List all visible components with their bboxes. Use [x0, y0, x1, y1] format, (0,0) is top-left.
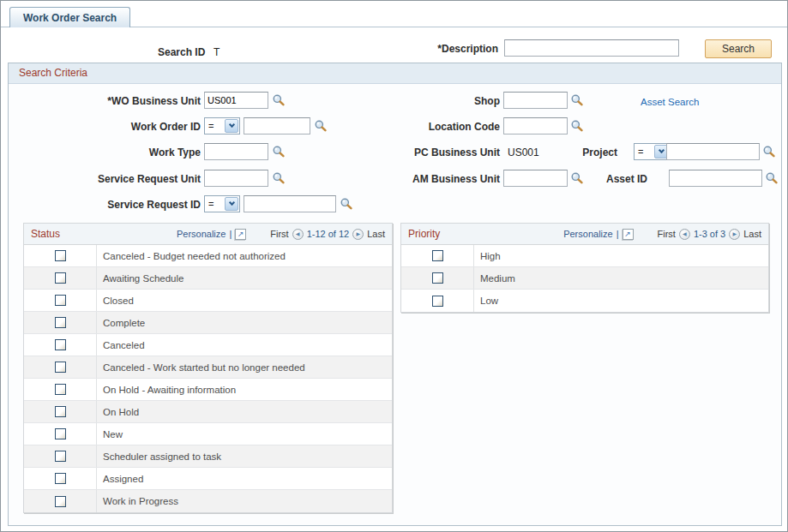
project-operator-value: =: [635, 144, 653, 159]
status-grid-tools: Personalize | ↗ First ◀ 1-12 of 12 ▶ Las…: [177, 229, 385, 240]
priority-page-range: 1-3 of 3: [694, 229, 725, 239]
status-row-label: Awaiting Schedule: [97, 267, 392, 289]
status-row-label: On Hold - Awaiting information: [97, 379, 392, 400]
search-id-value: T: [214, 46, 220, 58]
status-row-label: Scheduler assigned to task: [97, 445, 392, 467]
priority-pagination: First ◀ 1-3 of 3 ▶ Last: [658, 229, 762, 240]
work-order-id-label: Work Order ID: [9, 121, 201, 134]
status-row-checkbox[interactable]: [55, 362, 66, 373]
shop-input[interactable]: [503, 92, 568, 109]
wo-business-unit-lookup-icon[interactable]: [272, 93, 286, 107]
status-grid-title: Status: [31, 228, 60, 240]
status-row: New: [24, 423, 392, 445]
priority-row-checkbox[interactable]: [432, 272, 443, 284]
tab-work-order-search[interactable]: Work Order Search: [9, 7, 130, 27]
work-order-id-operator-value: =: [205, 118, 224, 134]
status-row-label: Canceled - Work started but no longer ne…: [97, 356, 392, 378]
wo-business-unit-input[interactable]: [204, 92, 268, 109]
status-row: Canceled - Work started but no longer ne…: [24, 356, 392, 379]
service-request-id-operator-select[interactable]: =: [204, 195, 240, 212]
search-button[interactable]: Search: [705, 39, 772, 58]
shop-label: Shop: [300, 95, 500, 108]
status-row-checkbox[interactable]: [55, 496, 66, 507]
priority-row: Medium: [401, 267, 768, 290]
status-row: Scheduler assigned to task: [24, 445, 392, 468]
status-page-range: 1-12 of 12: [307, 229, 350, 239]
status-row-checkbox[interactable]: [55, 272, 66, 284]
service-request-unit-label: Service Request Unit: [9, 173, 201, 186]
asset-id-lookup-icon[interactable]: [765, 171, 779, 185]
status-last-label: Last: [367, 229, 385, 239]
project-operator-select[interactable]: =: [634, 143, 670, 160]
work-type-input[interactable]: [204, 143, 268, 160]
location-code-label: Location Code: [300, 121, 500, 134]
wo-business-unit-label: *WO Business Unit: [9, 95, 201, 108]
asset-id-input[interactable]: [669, 170, 762, 187]
status-row-checkbox[interactable]: [55, 406, 66, 417]
status-row: Assigned: [24, 468, 392, 490]
work-order-search-page: Work Order Search Search ID T *Descripti…: [0, 0, 788, 532]
status-row-label: Assigned: [97, 468, 392, 489]
personalize-separator: |: [229, 229, 232, 239]
pc-business-unit-value: US001: [508, 146, 539, 158]
status-row-checkbox[interactable]: [55, 451, 66, 462]
priority-prev-page-icon[interactable]: ◀: [679, 229, 690, 240]
status-prev-page-icon[interactable]: ◀: [292, 229, 304, 240]
status-row-checkbox[interactable]: [55, 384, 66, 395]
status-row-checkbox[interactable]: [55, 250, 66, 261]
personalize-separator: |: [617, 229, 619, 239]
status-row-checkbox[interactable]: [55, 317, 66, 328]
status-row-label: New: [97, 423, 392, 445]
chevron-down-icon[interactable]: [225, 119, 238, 133]
location-code-lookup-icon[interactable]: [570, 119, 584, 133]
status-first-label: First: [270, 229, 288, 239]
project-label: Project: [549, 146, 617, 159]
asset-search-link[interactable]: Asset Search: [641, 97, 699, 107]
priority-row-checkbox[interactable]: [432, 296, 443, 307]
priority-grid-title: Priority: [408, 228, 440, 240]
description-input[interactable]: [504, 39, 679, 57]
status-personalize-link[interactable]: Personalize: [177, 229, 226, 239]
status-row-checkbox[interactable]: [55, 428, 66, 439]
pc-business-unit-label: PC Business Unit: [300, 146, 500, 159]
priority-grid-header: Priority Personalize | ↗ First ◀ 1-3 of …: [401, 224, 768, 245]
search-id-label: Search ID: [158, 46, 205, 58]
priority-personalize-link[interactable]: Personalize: [563, 229, 612, 239]
chevron-down-icon[interactable]: [225, 197, 238, 211]
status-grid-body: Canceled - Budget needed not authorized …: [24, 245, 392, 512]
status-row-checkbox[interactable]: [55, 295, 66, 306]
priority-zoom-grid-icon[interactable]: ↗: [623, 229, 634, 240]
project-input[interactable]: [666, 143, 760, 160]
location-code-input[interactable]: [503, 117, 568, 134]
work-type-label: Work Type: [9, 146, 201, 159]
status-row-label: Canceled: [97, 334, 392, 356]
priority-grid-tools: Personalize | ↗ First ◀ 1-3 of 3 ▶ Last: [563, 229, 761, 240]
service-request-id-label: Service Request ID: [9, 199, 201, 212]
project-lookup-icon[interactable]: [762, 145, 776, 158]
service-request-id-operator-value: =: [205, 196, 224, 212]
shop-lookup-icon[interactable]: [570, 93, 584, 107]
priority-row-checkbox[interactable]: [432, 250, 443, 261]
priority-grid-body: High Medium Low: [401, 245, 768, 312]
tab-label: Work Order Search: [23, 12, 117, 24]
status-row-checkbox[interactable]: [55, 339, 66, 350]
asset-id-label: Asset ID: [566, 173, 647, 186]
status-row: On Hold - Awaiting information: [24, 379, 392, 401]
status-next-page-icon[interactable]: ▶: [352, 229, 364, 240]
service-request-id-lookup-icon[interactable]: [340, 197, 353, 211]
status-row-checkbox[interactable]: [55, 473, 66, 484]
service-request-unit-lookup-icon[interactable]: [272, 171, 286, 185]
priority-row: Low: [401, 290, 768, 312]
priority-row-label: Low: [474, 290, 768, 312]
work-order-id-operator-select[interactable]: =: [204, 117, 240, 134]
status-row: On Hold: [24, 401, 392, 423]
priority-next-page-icon[interactable]: ▶: [729, 229, 740, 240]
service-request-id-input[interactable]: [244, 195, 336, 212]
am-business-unit-input[interactable]: [503, 170, 568, 187]
priority-row: High: [401, 245, 768, 267]
am-business-unit-label: AM Business Unit: [300, 173, 500, 186]
work-type-lookup-icon[interactable]: [272, 145, 286, 158]
status-zoom-grid-icon[interactable]: ↗: [235, 229, 246, 240]
description-label: *Description: [378, 43, 498, 55]
service-request-unit-input[interactable]: [204, 170, 268, 187]
